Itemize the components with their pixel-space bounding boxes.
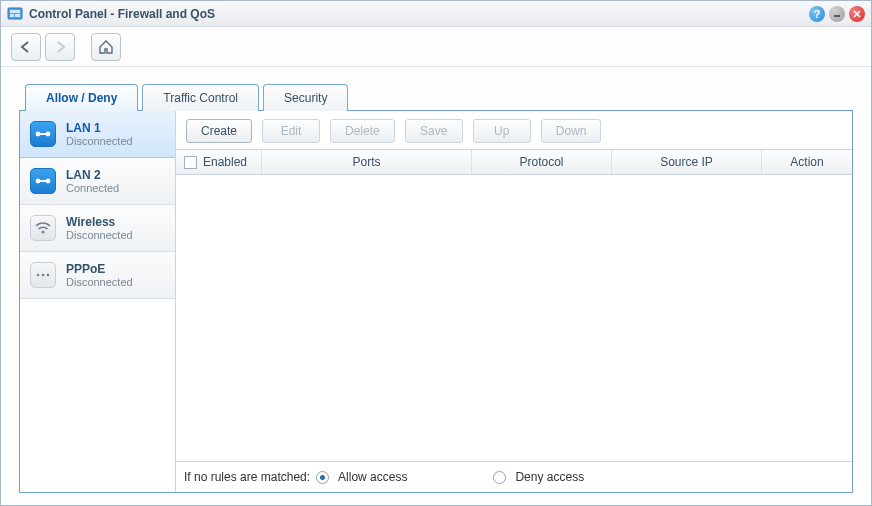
svg-rect-1 (10, 10, 20, 13)
svg-rect-10 (39, 180, 47, 182)
sidebar-item-status: Disconnected (66, 276, 133, 288)
sidebar-item-wireless[interactable]: Wireless Disconnected (20, 205, 175, 252)
svg-point-14 (47, 274, 50, 277)
close-button[interactable] (849, 6, 865, 22)
nav-home-group (91, 33, 121, 61)
sidebar-item-name: PPPoE (66, 262, 133, 276)
allow-deny-panel: LAN 1 Disconnected LAN 2 Connected (19, 110, 853, 493)
lan-icon (30, 121, 56, 147)
up-button[interactable]: Up (473, 119, 531, 143)
allow-access-label: Allow access (338, 470, 407, 484)
svg-point-13 (42, 274, 45, 277)
col-protocol[interactable]: Protocol (472, 150, 612, 174)
sidebar-item-status: Connected (66, 182, 119, 194)
forward-button[interactable] (45, 33, 75, 61)
sidebar-item-name: Wireless (66, 215, 133, 229)
control-panel-icon (7, 6, 23, 22)
navbar (1, 27, 871, 67)
sidebar-item-lan1[interactable]: LAN 1 Disconnected (20, 111, 175, 158)
lan-icon (30, 168, 56, 194)
rules-pane: Create Edit Delete Save Up Down Enabled … (176, 111, 852, 492)
app-window: Control Panel - Firewall and QoS ? (0, 0, 872, 506)
svg-rect-3 (15, 14, 20, 17)
pppoe-icon (30, 262, 56, 288)
sidebar-item-name: LAN 2 (66, 168, 119, 182)
minimize-button[interactable] (829, 6, 845, 22)
svg-rect-7 (39, 133, 47, 135)
col-enabled[interactable]: Enabled (176, 150, 262, 174)
tab-label: Security (284, 91, 327, 105)
home-button[interactable] (91, 33, 121, 61)
save-button[interactable]: Save (405, 119, 463, 143)
allow-access-radio[interactable] (316, 471, 329, 484)
sidebar-item-name: LAN 1 (66, 121, 133, 135)
rules-toolbar: Create Edit Delete Save Up Down (176, 111, 852, 149)
deny-access-label: Deny access (515, 470, 584, 484)
sidebar-empty (20, 299, 175, 492)
tab-label: Allow / Deny (46, 91, 117, 105)
default-policy-label: If no rules are matched: (184, 470, 310, 484)
content-area: Allow / Deny Traffic Control Security LA… (1, 67, 871, 505)
create-button[interactable]: Create (186, 119, 252, 143)
back-button[interactable] (11, 33, 41, 61)
window-title: Control Panel - Firewall and QoS (29, 7, 809, 21)
wifi-icon (30, 215, 56, 241)
rules-grid-header: Enabled Ports Protocol Source IP Action (176, 149, 852, 175)
down-button[interactable]: Down (541, 119, 602, 143)
tab-traffic-control[interactable]: Traffic Control (142, 84, 259, 111)
deny-access-radio[interactable] (493, 471, 506, 484)
sidebar-item-status: Disconnected (66, 229, 133, 241)
default-policy-row: If no rules are matched: Allow access De… (176, 461, 852, 492)
tab-label: Traffic Control (163, 91, 238, 105)
delete-button[interactable]: Delete (330, 119, 395, 143)
sidebar-item-pppoe[interactable]: PPPoE Disconnected (20, 252, 175, 299)
select-all-checkbox[interactable] (184, 156, 197, 169)
sidebar-item-lan2[interactable]: LAN 2 Connected (20, 158, 175, 205)
help-button[interactable]: ? (809, 6, 825, 22)
svg-point-11 (42, 231, 45, 234)
svg-rect-4 (834, 15, 840, 17)
titlebar: Control Panel - Firewall and QoS ? (1, 1, 871, 27)
tab-strip: Allow / Deny Traffic Control Security (25, 83, 853, 110)
nav-history-group (11, 33, 75, 61)
svg-rect-2 (10, 14, 14, 17)
sidebar-item-status: Disconnected (66, 135, 133, 147)
svg-rect-0 (8, 8, 22, 19)
rules-grid-body (176, 175, 852, 461)
col-source-ip[interactable]: Source IP (612, 150, 762, 174)
col-ports[interactable]: Ports (262, 150, 472, 174)
interface-sidebar: LAN 1 Disconnected LAN 2 Connected (20, 111, 176, 492)
tab-allow-deny[interactable]: Allow / Deny (25, 84, 138, 111)
col-enabled-label: Enabled (203, 155, 247, 169)
edit-button[interactable]: Edit (262, 119, 320, 143)
svg-point-12 (37, 274, 40, 277)
col-action[interactable]: Action (762, 150, 852, 174)
window-controls: ? (809, 6, 865, 22)
tab-security[interactable]: Security (263, 84, 348, 111)
